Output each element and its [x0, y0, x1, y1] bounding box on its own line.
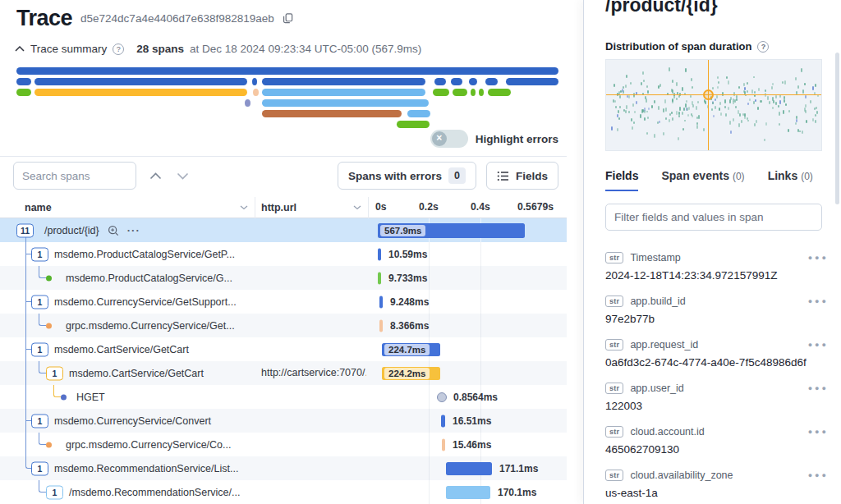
field-name[interactable]: app.build_id [630, 296, 685, 307]
tab-links[interactable]: Links(0) [768, 169, 813, 191]
tab-fields[interactable]: Fields [605, 169, 638, 191]
span-row[interactable]: 1msdemo.CartService/GetCart224.7ms [0, 337, 567, 361]
scatter-point [636, 101, 637, 104]
minimap-row-5[interactable] [13, 110, 558, 117]
span-name[interactable]: msdemo.CartService/GetCart [69, 368, 204, 379]
trace-minimap[interactable] [13, 67, 558, 130]
span-count-badge[interactable]: 11 [16, 223, 34, 237]
spans-with-errors-button[interactable]: Spans with errors 0 [338, 162, 476, 190]
span-count-badge[interactable]: 1 [31, 295, 48, 309]
highlight-errors-toggle[interactable]: × [430, 130, 468, 148]
duration-bar[interactable] [379, 319, 383, 332]
span-row[interactable]: HGET0.8564ms [0, 385, 567, 409]
column-header-name[interactable]: name [25, 197, 248, 218]
duration-bar[interactable] [442, 438, 445, 451]
span-row[interactable]: grpc.msdemo.CurrencyService/Get...8.366m… [0, 314, 567, 337]
zoom-in-icon[interactable] [108, 225, 119, 236]
minimap-row-2[interactable] [13, 78, 558, 85]
trace-summary-label[interactable]: Trace summary [30, 43, 107, 55]
duration-bar[interactable] [446, 462, 492, 475]
field-name[interactable]: Timestamp [630, 252, 680, 263]
span-name[interactable]: grpc.msdemo.CurrencyService/Get... [66, 320, 235, 332]
row-actions-icon[interactable]: ··· [127, 224, 140, 236]
span-row[interactable]: 1msdemo.CurrencyService/GetSupport...9.2… [0, 290, 567, 314]
span-row[interactable]: grpc.msdemo.CurrencyService/Co...15.46ms [0, 433, 567, 456]
minimap-row-6[interactable] [13, 121, 558, 128]
duration-bar[interactable]: 224.7ms [382, 343, 440, 356]
collapse-summary-icon[interactable] [15, 46, 25, 52]
scatter-point [672, 80, 673, 83]
span-count-badge[interactable]: 1 [46, 485, 63, 499]
field-value[interactable]: 122003 [605, 400, 829, 412]
panel-scrollbar[interactable] [835, 53, 839, 204]
span-count-badge[interactable]: 1 [31, 414, 48, 428]
duration-bar[interactable] [379, 296, 383, 308]
filter-fields-input[interactable] [605, 204, 822, 231]
span-count-badge[interactable]: 1 [46, 366, 63, 380]
field-actions-icon[interactable]: ●●● [808, 254, 829, 262]
span-row[interactable]: 1msdemo.ProductCatalogService/GetP...10.… [0, 242, 567, 266]
field-name[interactable]: app.user_id [630, 383, 683, 394]
fields-button[interactable]: Fields [486, 162, 558, 190]
scatter-point [705, 101, 706, 104]
field-actions-icon[interactable]: ●●● [808, 471, 829, 479]
field-name[interactable]: cloud.availability_zone [630, 470, 733, 481]
tab-span-events[interactable]: Span events(0) [661, 169, 744, 191]
span-name[interactable]: msdemo.CurrencyService/Convert [54, 415, 211, 427]
span-name[interactable]: msdemo.CartService/GetCart [54, 344, 189, 355]
duration-bar[interactable]: 567.9ms [378, 223, 525, 238]
span-name[interactable]: msdemo.RecommendationService/List... [54, 463, 238, 474]
help-icon[interactable]: ? [113, 44, 124, 55]
span-name[interactable]: /msdemo.RecommendationService/... [69, 487, 240, 498]
column-header-url[interactable]: http.url [261, 197, 361, 218]
span-row[interactable]: 1msdemo.CurrencyService/Convert16.51ms [0, 409, 567, 433]
field-value[interactable]: 0a6fd3c2-674c-4774-a40e-7f5c48986d6f [605, 356, 829, 369]
span-count-badge[interactable]: 1 [31, 342, 48, 356]
span-duration-marker[interactable] [437, 392, 447, 402]
field-value[interactable]: 97e2b77b [605, 313, 829, 325]
duration-distribution-chart[interactable] [605, 59, 822, 151]
scatter-point [815, 120, 816, 124]
span-name[interactable]: msdemo.ProductCatalogService/GetP... [54, 249, 235, 260]
span-row[interactable]: msdemo.ProductCatalogService/G...9.733ms [0, 266, 567, 290]
minimap-row-4[interactable] [13, 99, 558, 107]
field-actions-icon[interactable]: ●●● [808, 428, 829, 436]
span-name[interactable]: msdemo.CurrencyService/GetSupport... [54, 296, 237, 308]
field-value[interactable]: 465062709130 [605, 443, 829, 456]
field-actions-icon[interactable]: ●●● [808, 384, 829, 392]
axis-tick-label: 0.2s [419, 201, 439, 213]
scatter-point [641, 109, 643, 113]
span-name[interactable]: /product/{id} [44, 225, 99, 236]
search-spans-input[interactable] [13, 162, 136, 190]
span-row[interactable]: 1msdemo.CartService/GetCarthttp://cartse… [0, 361, 567, 385]
span-name[interactable]: HGET [76, 392, 105, 403]
field-value[interactable]: us-east-1a [605, 487, 829, 499]
span-row[interactable]: 1/msdemo.RecommendationService/...170.1m… [0, 480, 567, 504]
duration-bar[interactable] [441, 415, 445, 427]
scatter-point [633, 121, 635, 124]
span-name[interactable]: msdemo.ProductCatalogService/G... [66, 273, 232, 284]
help-icon[interactable]: ? [757, 41, 769, 53]
span-row[interactable]: 1msdemo.RecommendationService/List...171… [0, 456, 567, 480]
copy-icon[interactable] [283, 13, 293, 24]
field-name[interactable]: app.request_id [630, 339, 698, 351]
field-actions-icon[interactable]: ●●● [808, 341, 829, 349]
minimap-row-1[interactable] [13, 67, 558, 75]
span-url-cell[interactable]: http://cartservice:7070/... [261, 361, 366, 385]
duration-bar[interactable] [446, 486, 490, 499]
panel-title: /product/{id} [605, 0, 718, 16]
duration-bar[interactable] [378, 272, 381, 284]
minimap-row-3[interactable] [13, 89, 558, 96]
span-name[interactable]: grpc.msdemo.CurrencyService/Co... [66, 439, 231, 451]
span-row[interactable]: 11/product/{id}···567.9ms [0, 218, 567, 242]
span-name-cell: 1msdemo.RecommendationService/List... [0, 456, 255, 480]
next-match-button[interactable] [177, 172, 189, 180]
span-count-badge[interactable]: 1 [31, 461, 48, 475]
field-name[interactable]: cloud.account.id [630, 426, 704, 438]
duration-bar[interactable] [378, 248, 381, 260]
previous-match-button[interactable] [149, 172, 162, 180]
span-count-badge[interactable]: 1 [31, 247, 48, 261]
field-value[interactable]: 2024-12-18T14:23:34.972157991Z [605, 269, 829, 282]
field-actions-icon[interactable]: ●●● [808, 297, 829, 305]
duration-bar[interactable]: 224.2ms [382, 367, 440, 380]
